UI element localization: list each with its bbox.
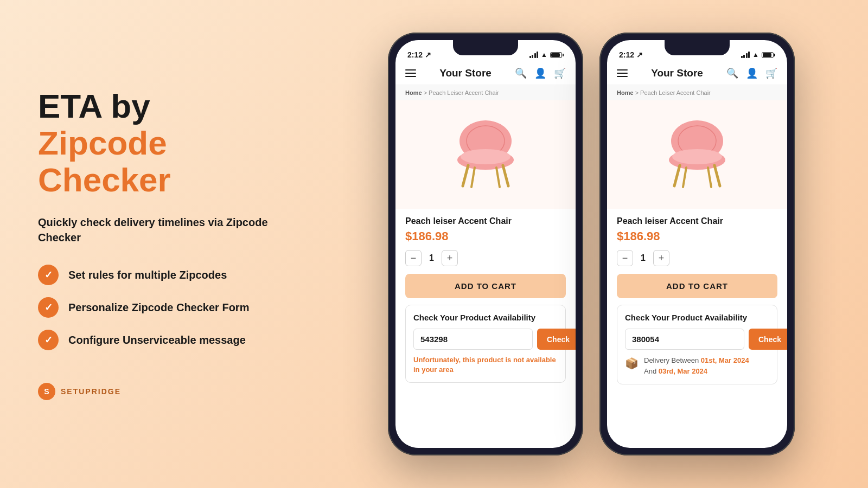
feature-item-3: Configure Unserviceable message (38, 330, 282, 350)
breadcrumb-separator: > (424, 89, 429, 96)
delivery-date-1: 01st, Mar 2024 (701, 356, 749, 364)
left-panel: ETA by Zipcode Checker Quickly check del… (0, 55, 315, 433)
phone-1-qty-increase[interactable]: + (442, 250, 458, 266)
breadcrumb-home[interactable]: Home (405, 89, 422, 96)
signal-icon (529, 52, 539, 58)
feature-item-1: Set rules for multiple Zipcodes (38, 265, 282, 285)
phone-1-zipcode-input[interactable] (413, 329, 533, 350)
battery-icon (550, 52, 564, 58)
svg-point-3 (461, 149, 510, 164)
delivery-truck-icon: 📦 (625, 355, 639, 371)
phone-2-zipcode-input[interactable] (625, 329, 744, 350)
wifi-icon: ▲ (541, 51, 547, 59)
delivery-and-text: And (644, 367, 659, 375)
user-icon-2[interactable]: 👤 (746, 67, 758, 79)
phone-1-store-title: Your Store (439, 67, 492, 79)
delivery-between-text: Delivery Between (644, 356, 701, 364)
checkmark-icon-3 (38, 330, 59, 350)
svg-line-14 (683, 168, 686, 187)
phone-2-product-image (607, 100, 787, 209)
phone-2-notch (665, 40, 730, 55)
svg-line-15 (708, 168, 711, 187)
brand-logo-icon: S (38, 383, 55, 400)
phone-2-store-title: Your Store (651, 67, 703, 79)
phone-2-product-name: Peach leiser Accent Chair (617, 216, 777, 226)
chair-illustration-1 (442, 111, 529, 198)
phone-2-qty-value: 1 (641, 253, 646, 263)
phone-2-check-button[interactable]: Check (749, 329, 787, 350)
feature-text-3: Configure Unserviceable message (68, 334, 246, 346)
phone-2-qty-decrease[interactable]: − (617, 250, 633, 266)
brand-footer: S SETUPRIDGE (38, 383, 282, 400)
phone-2-zipcode-row: Check (625, 329, 769, 350)
svg-line-5 (503, 165, 508, 186)
delivery-date-2: 03rd, Mar 2024 (659, 367, 707, 375)
svg-line-4 (463, 165, 468, 186)
breadcrumb-product: Peach Leiser Accent Chair (429, 89, 499, 96)
phone-2-breadcrumb: Home > Peach Leiser Accent Chair (607, 85, 787, 100)
cart-icon-2[interactable]: 🛒 (765, 67, 777, 79)
phone-1-qty-value: 1 (429, 253, 434, 263)
hamburger-menu-icon[interactable] (405, 69, 416, 77)
phone-1-status-icons: ▲ (529, 51, 564, 59)
search-icon[interactable]: 🔍 (515, 67, 527, 79)
feature-text-2: Personalize Zipcode Checker Form (68, 301, 249, 314)
phone-1-availability-box: Check Your Product Availability Check ↖ … (405, 305, 566, 383)
phone-1-breadcrumb: Home > Peach Leiser Accent Chair (395, 85, 576, 100)
title-checker: Checker (38, 162, 282, 198)
phone-2-store-header: Your Store 🔍 👤 🛒 (607, 64, 787, 85)
phone-2-qty-increase[interactable]: + (653, 250, 669, 266)
phone-1-check-button[interactable]: Check ↖ (537, 329, 576, 350)
wifi-icon-2: ▲ (752, 51, 759, 59)
phone-2: 2:12 ↗ ▲ Your Store (599, 33, 795, 455)
phone-1-time: 2:12 ↗ (407, 50, 431, 59)
brand-name-text: SETUPRIDGE (61, 387, 121, 396)
phone-1-screen: 2:12 ↗ ▲ Your Store (395, 40, 576, 448)
feature-text-1: Set rules for multiple Zipcodes (68, 269, 227, 281)
hamburger-menu-icon-2[interactable] (617, 69, 628, 77)
battery-icon-2 (762, 52, 775, 58)
checkmark-icon-1 (38, 265, 59, 285)
user-icon[interactable]: 👤 (534, 67, 546, 79)
phone-2-quantity-row: − 1 + (617, 250, 777, 266)
phone-1-product-price: $186.98 (405, 229, 566, 243)
phone-1-availability-title: Check Your Product Availability (413, 313, 558, 322)
phone-1-store-header: Your Store 🔍 👤 🛒 (395, 64, 576, 85)
phone-1-zipcode-row: Check ↖ (413, 329, 558, 350)
phone-2-availability-title: Check Your Product Availability (625, 313, 769, 322)
title-zipcode: Zipcode (38, 124, 167, 162)
signal-icon-2 (741, 52, 750, 58)
search-icon-2[interactable]: 🔍 (726, 67, 738, 79)
phone-2-status-icons: ▲ (741, 51, 775, 59)
phone-2-header-icons: 🔍 👤 🛒 (726, 67, 777, 79)
svg-line-7 (496, 168, 500, 187)
phone-2-delivery-info: 📦 Delivery Between 01st, Mar 2024 And 03… (625, 355, 769, 376)
phone-1: 2:12 ↗ ▲ Your Store (388, 33, 583, 455)
phone-2-time: 2:12 ↗ (619, 50, 643, 59)
delivery-text-block: Delivery Between 01st, Mar 2024 And 03rd… (644, 355, 749, 376)
breadcrumb-separator-2: > (635, 89, 640, 96)
phone-1-product-image (395, 100, 576, 209)
phones-container: 2:12 ↗ ▲ Your Store (315, 16, 868, 472)
svg-point-11 (672, 149, 722, 164)
svg-line-6 (471, 168, 475, 187)
phone-2-product-details: Peach leiser Accent Chair $186.98 − 1 + … (607, 209, 787, 305)
phone-1-notch (453, 40, 518, 55)
phone-1-error-message: Unfortunately, this product is not avail… (413, 355, 558, 375)
chair-illustration-2 (654, 111, 741, 198)
phone-1-quantity-row: − 1 + (405, 250, 566, 266)
feature-list: Set rules for multiple Zipcodes Personal… (38, 265, 282, 350)
phone-1-product-name: Peach leiser Accent Chair (405, 216, 566, 226)
breadcrumb-home-2[interactable]: Home (617, 89, 634, 96)
phone-1-product-details: Peach leiser Accent Chair $186.98 − 1 + … (395, 209, 576, 305)
phone-1-add-to-cart-button[interactable]: ADD TO CART (405, 274, 566, 298)
checkmark-icon-2 (38, 297, 59, 318)
phone-1-header-icons: 🔍 👤 🛒 (515, 67, 566, 79)
phone-1-qty-decrease[interactable]: − (405, 250, 422, 266)
phone-2-add-to-cart-button[interactable]: ADD TO CART (617, 274, 777, 298)
cart-icon[interactable]: 🛒 (554, 67, 566, 79)
subtitle-text: Quickly check delivery timelines via Zip… (38, 215, 282, 245)
svg-line-12 (674, 165, 680, 186)
phone-2-product-price: $186.98 (617, 229, 777, 243)
breadcrumb-product-2: Peach Leiser Accent Chair (640, 89, 711, 96)
